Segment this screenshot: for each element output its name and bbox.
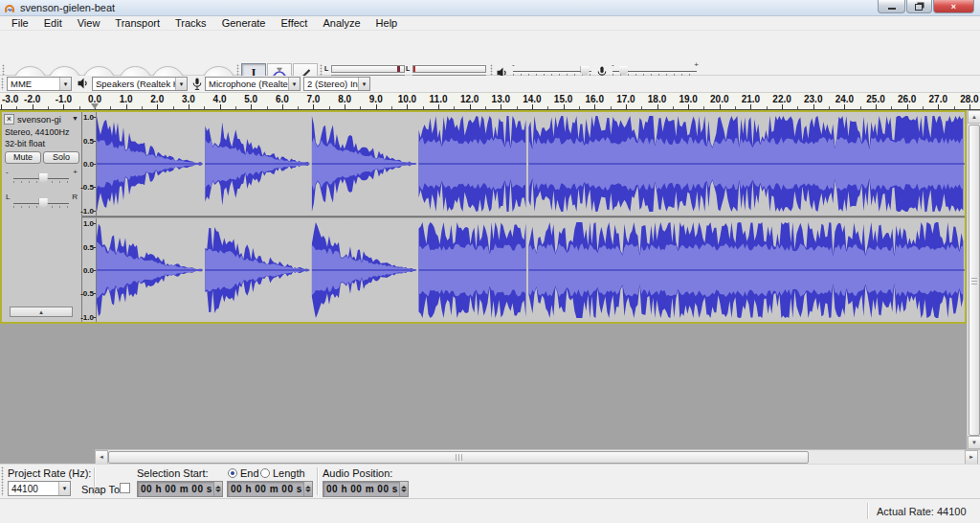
timeline-minor-tick: [767, 106, 768, 109]
timeline-minor-tick: [923, 106, 924, 109]
close-button[interactable]: ×: [933, 0, 974, 13]
waveform-channel-left[interactable]: [97, 112, 965, 216]
pan-right-label: R: [72, 193, 78, 201]
track-title[interactable]: svenson-gi: [17, 114, 66, 125]
scroll-left-button[interactable]: ◄: [95, 450, 108, 465]
project-rate-dropdown[interactable]: 44100 ▾: [8, 481, 71, 496]
timeline-label: 14.0: [523, 94, 541, 104]
timeline-label: 25.0: [866, 94, 884, 104]
empty-track-area[interactable]: [0, 324, 967, 449]
actual-rate-text: Actual Rate: 44100: [877, 506, 967, 517]
selection-end-field[interactable]: 00 h 00 m 00 s: [227, 481, 313, 497]
menu-transport[interactable]: Transport: [107, 17, 167, 29]
end-radio[interactable]: [228, 468, 237, 478]
scroll-down-button[interactable]: ▼: [968, 436, 980, 449]
track-bitdepth-label: 32-bit float: [5, 139, 45, 148]
horizontal-scrollbar[interactable]: ◄ ►: [95, 449, 980, 464]
timeline-tick: [220, 104, 221, 109]
timeline-ruler[interactable]: -3.0-2.0-1.00.01.02.03.04.05.06.07.08.09…: [0, 93, 980, 110]
recording-channels-dropdown[interactable]: 2 (Stereo) Inp ▾: [303, 77, 370, 91]
timeline-label: 7.0: [307, 94, 321, 104]
timeline-minor-tick: [423, 106, 424, 109]
vruler-tick: [93, 223, 96, 224]
selection-start-label: Selection Start:: [137, 467, 209, 479]
menu-file[interactable]: File: [4, 17, 36, 29]
audio-host-dropdown[interactable]: MME ▾: [7, 77, 72, 91]
menu-help[interactable]: Help: [368, 17, 406, 29]
track-control-panel[interactable]: × svenson-gi ▼ Stereo, 44100Hz 32-bit fl…: [2, 112, 82, 322]
track-collapse-button[interactable]: ▴: [10, 307, 73, 317]
scroll-up-button[interactable]: ▲: [968, 110, 980, 124]
timeline-label: 9.0: [369, 94, 383, 104]
menu-effect[interactable]: Effect: [274, 17, 316, 29]
restore-button[interactable]: [906, 0, 932, 13]
timeline-label: 12.0: [460, 94, 479, 104]
vruler-label: -1.0: [80, 313, 94, 322]
vruler-tick: [93, 293, 96, 294]
timeline-label: 15.0: [554, 94, 572, 104]
vruler-tick: [93, 211, 96, 212]
snap-to-checkbox[interactable]: [120, 483, 130, 493]
timeline-label: -1.0: [56, 94, 72, 104]
menu-edit[interactable]: Edit: [36, 17, 70, 29]
vertical-scrollbar[interactable]: ▲ ▼: [967, 110, 980, 449]
playback-meter-left-bar: [331, 65, 405, 73]
audacity-window: svenson-gielen-beat × FileEditViewTransp…: [0, 0, 980, 523]
timeline-tick: [626, 104, 627, 109]
track-format-label: Stereo, 44100Hz: [5, 127, 70, 137]
chevron-down-icon: ▾: [59, 78, 71, 90]
waveform-channel-right[interactable]: [97, 218, 965, 322]
timeline-tick: [438, 104, 439, 109]
menu-analyze[interactable]: Analyze: [315, 17, 368, 29]
pan-slider[interactable]: [13, 196, 69, 212]
selection-start-field[interactable]: 00 h 00 m 00 s: [137, 481, 223, 497]
timeline-tick: [813, 104, 814, 109]
menu-tracks[interactable]: Tracks: [167, 17, 214, 29]
length-radio[interactable]: [260, 468, 270, 478]
spinner-icon[interactable]: [213, 482, 222, 496]
track-menu-icon[interactable]: ▼: [72, 115, 78, 122]
timeline-minor-tick: [517, 106, 518, 109]
slider-thumb[interactable]: [39, 173, 48, 185]
audio-position-field[interactable]: 00 h 00 m 00 s: [323, 481, 409, 497]
timeline-tick: [844, 104, 845, 109]
timeline-tick: [282, 104, 283, 109]
title-bar[interactable]: svenson-gielen-beat ×: [0, 0, 980, 16]
timeline-label: 5.0: [244, 94, 257, 104]
timeline-minor-tick: [547, 106, 548, 109]
scroll-right-button[interactable]: ►: [965, 450, 978, 465]
selection-toolbar: Project Rate (Hz): 44100 ▾ Snap To Selec…: [0, 464, 980, 498]
timeline-tick: [750, 104, 751, 109]
toolbar-grip[interactable]: [1, 78, 4, 90]
menu-generate[interactable]: Generate: [214, 17, 274, 29]
timeline-minor-tick: [235, 106, 236, 109]
vertical-scroll-thumb[interactable]: [969, 125, 980, 436]
chevron-down-icon: ▾: [175, 78, 187, 90]
minimize-button[interactable]: [878, 0, 905, 13]
minus-label: -: [512, 60, 515, 69]
gain-slider[interactable]: [13, 171, 69, 187]
toolbar-grip[interactable]: [1, 466, 4, 496]
horizontal-scroll-thumb[interactable]: [108, 451, 809, 464]
timeline-label: 21.0: [742, 94, 760, 104]
playhead-marker[interactable]: [91, 103, 99, 109]
spinner-icon[interactable]: [303, 482, 312, 496]
timeline-label: 1.0: [120, 94, 133, 104]
solo-button[interactable]: Solo: [43, 151, 79, 164]
status-bar: Actual Rate: 44100: [0, 498, 980, 523]
timeline-label: 2.0: [150, 94, 164, 104]
mute-button[interactable]: Mute: [5, 151, 41, 164]
playback-device-dropdown[interactable]: Speakers (Realtek High ▾: [92, 77, 188, 91]
device-toolbar: MME ▾ Speakers (Realtek High ▾ Microphon…: [0, 76, 980, 93]
timeline-minor-tick: [891, 106, 892, 109]
recording-device-dropdown[interactable]: Microphone (Realtek Hig ▾: [205, 77, 301, 91]
timeline-minor-tick: [204, 106, 205, 109]
track-close-button[interactable]: ×: [4, 114, 14, 125]
horizontal-scrollbar-row: ◄ ►: [0, 449, 980, 464]
menu-view[interactable]: View: [70, 17, 108, 29]
spinner-icon[interactable]: [399, 482, 408, 496]
timeline-minor-tick: [611, 106, 612, 109]
timeline-minor-tick: [360, 106, 361, 109]
end-radio-label: End: [240, 467, 259, 479]
slider-thumb[interactable]: [39, 198, 48, 210]
